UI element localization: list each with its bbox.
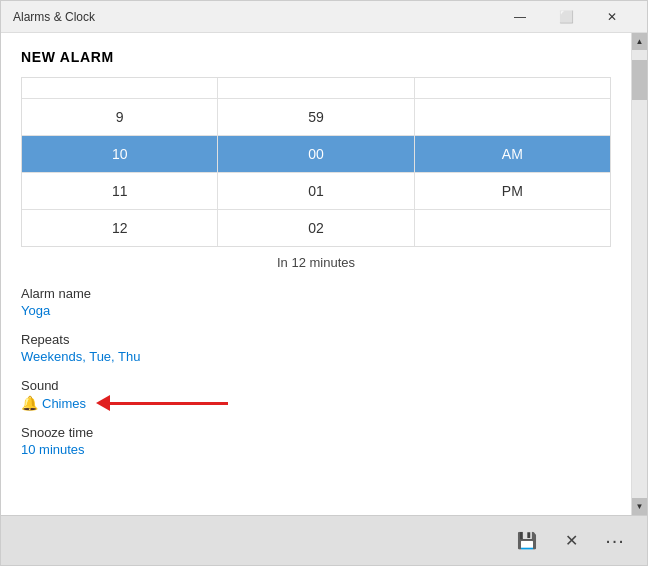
scroll-track[interactable] (632, 50, 648, 498)
maximize-button[interactable]: ⬜ (543, 1, 589, 33)
in-minutes-label: In 12 minutes (21, 255, 611, 270)
time-cell-hour-top (22, 78, 218, 98)
repeats-group: Repeats Weekends, Tue, Thu (21, 332, 611, 364)
alarm-name-group: Alarm name Yoga (21, 286, 611, 318)
alarm-name-value[interactable]: Yoga (21, 303, 611, 318)
delete-button[interactable]: ✕ (551, 523, 591, 559)
footer-bar: 💾 ✕ ··· (1, 515, 647, 565)
hour-9: 9 (22, 99, 218, 135)
alarm-name-label: Alarm name (21, 286, 611, 301)
time-cell-minute-top (218, 78, 414, 98)
minute-59: 59 (218, 99, 414, 135)
snooze-value[interactable]: 10 minutes (21, 442, 611, 457)
hour-12: 12 (22, 210, 218, 246)
time-cell-period-top (415, 78, 610, 98)
annotation-arrow (96, 395, 228, 411)
hour-11: 11 (22, 173, 218, 209)
main-content: NEW ALARM 9 59 10 00 (1, 33, 631, 515)
time-row-10-selected[interactable]: 10 00 AM (22, 136, 610, 173)
time-row-9[interactable]: 9 59 (22, 99, 610, 136)
period-empty-2 (415, 210, 610, 246)
sound-label: Sound (21, 378, 611, 393)
scroll-up-button[interactable]: ▲ (632, 33, 648, 50)
snooze-label: Snooze time (21, 425, 611, 440)
sound-value[interactable]: 🔔 Chimes (21, 395, 86, 411)
page-title: NEW ALARM (21, 49, 611, 65)
minimize-button[interactable]: — (497, 1, 543, 33)
more-options-button[interactable]: ··· (595, 523, 635, 559)
delete-icon: ✕ (565, 531, 578, 550)
time-row-top (22, 78, 610, 99)
app-window: Alarms & Clock — ⬜ ✕ NEW ALARM 9 (0, 0, 648, 566)
window-title: Alarms & Clock (13, 10, 497, 24)
time-row-12[interactable]: 12 02 (22, 210, 610, 246)
scroll-down-button[interactable]: ▼ (632, 498, 648, 515)
repeats-value[interactable]: Weekends, Tue, Thu (21, 349, 611, 364)
more-icon: ··· (605, 529, 625, 552)
sound-text: Chimes (42, 396, 86, 411)
repeats-label: Repeats (21, 332, 611, 347)
hour-10: 10 (22, 136, 218, 172)
scroll-thumb[interactable] (632, 60, 648, 100)
period-pm: PM (415, 173, 610, 209)
time-picker[interactable]: 9 59 10 00 AM 11 01 PM 12 (21, 77, 611, 247)
period-empty-1 (415, 99, 610, 135)
arrow-line (108, 402, 228, 405)
content-area: NEW ALARM 9 59 10 00 (1, 33, 647, 515)
scrollbar[interactable]: ▲ ▼ (631, 33, 647, 515)
snooze-group: Snooze time 10 minutes (21, 425, 611, 457)
minute-02: 02 (218, 210, 414, 246)
minute-00: 00 (218, 136, 414, 172)
save-button[interactable]: 💾 (507, 523, 547, 559)
minute-01: 01 (218, 173, 414, 209)
period-am: AM (415, 136, 610, 172)
close-button[interactable]: ✕ (589, 1, 635, 33)
save-icon: 💾 (517, 531, 537, 550)
sound-group: Sound 🔔 Chimes (21, 378, 611, 411)
bell-icon: 🔔 (21, 395, 38, 411)
time-row-11[interactable]: 11 01 PM (22, 173, 610, 210)
title-bar: Alarms & Clock — ⬜ ✕ (1, 1, 647, 33)
window-controls: — ⬜ ✕ (497, 1, 635, 33)
